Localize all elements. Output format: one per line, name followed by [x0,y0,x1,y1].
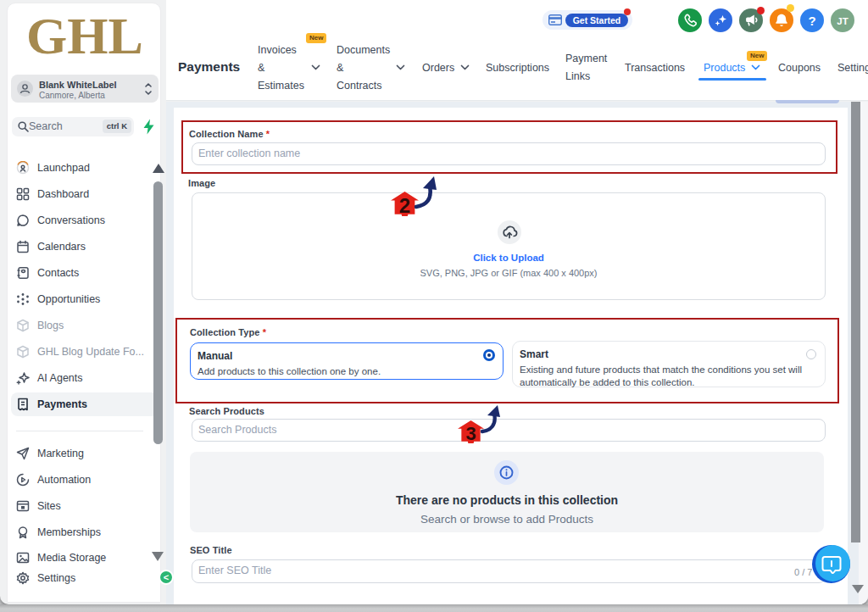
svg-text:?: ? [808,14,815,28]
svg-text:JT: JT [837,16,848,26]
